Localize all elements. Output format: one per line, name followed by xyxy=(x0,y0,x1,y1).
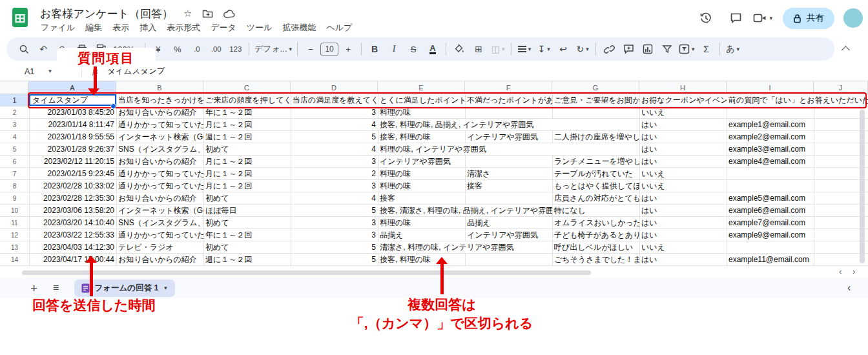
row-header-5[interactable]: 5 xyxy=(0,143,29,155)
column-header-G[interactable]: G xyxy=(552,81,639,94)
cell-B5[interactable]: SNS（インスタグラム、 xyxy=(116,143,203,155)
cell-A8[interactable]: 2023/02/28 10:33:02 xyxy=(29,180,116,192)
strikethrough-button[interactable]: S xyxy=(404,41,423,57)
cell-I5[interactable]: example3@email.com xyxy=(727,143,814,155)
cell-F2[interactable] xyxy=(465,107,552,118)
cell-C11[interactable]: 初めて xyxy=(203,217,291,228)
cell-I13[interactable] xyxy=(727,241,814,253)
cell-H2[interactable]: いいえ xyxy=(639,107,727,118)
cell-D13[interactable]: 5 xyxy=(291,241,378,253)
cell-F1[interactable]: 不満だったポイントがあ xyxy=(465,94,552,106)
font-size-input[interactable]: 10 xyxy=(320,43,338,56)
sheet-tab-dropdown-icon[interactable]: ▼ xyxy=(163,285,169,291)
cell-B13[interactable]: テレビ・ラジオ xyxy=(116,241,203,253)
row-header-13[interactable]: 13 xyxy=(0,241,29,253)
row-header-4[interactable]: 4 xyxy=(0,131,29,143)
video-dropdown-icon[interactable]: ▾ xyxy=(769,15,772,21)
cell-G12[interactable]: 子ども椅子があるとあり xyxy=(552,229,639,241)
cell-E8[interactable]: 料理の味 xyxy=(378,180,465,192)
cell-B10[interactable]: インターネット検索（Go xyxy=(116,205,203,216)
cell-E1[interactable]: とくに満足したポイント xyxy=(378,94,465,106)
cell-G1[interactable]: ご意見・ご要望をお聞か xyxy=(552,94,639,106)
cell-B2[interactable]: お知り合いからの紹介 xyxy=(116,107,203,118)
cell-D14[interactable]: 5 xyxy=(291,254,378,265)
cell-G6[interactable]: ランチメニューを増やし xyxy=(552,156,639,167)
cell-C13[interactable]: 初めて xyxy=(203,241,291,253)
cell-A6[interactable]: 2023/02/12 11:20:15 xyxy=(29,156,116,167)
cell-D1[interactable]: 当店の満足度を教えてく xyxy=(291,94,378,106)
cell-B11[interactable]: SNS（インスタグラム、 xyxy=(116,217,203,228)
add-sheet-button[interactable]: + xyxy=(30,282,37,294)
cell-D8[interactable]: 3 xyxy=(291,180,378,192)
cell-C14[interactable]: 週に１～２回 xyxy=(203,254,291,265)
all-sheets-button[interactable]: ≡ xyxy=(53,283,59,293)
italic-button[interactable]: I xyxy=(384,41,404,57)
cell-E11[interactable]: 料理の味 xyxy=(378,217,465,228)
decrease-font-size-button[interactable]: − xyxy=(301,41,320,57)
cell-C7[interactable]: 月に１～２回 xyxy=(203,168,291,179)
cell-E5[interactable]: 料理の味, インテリアや雰囲気 xyxy=(378,143,639,155)
cell-G11[interactable]: オムライスおいしかった xyxy=(552,217,639,228)
cell-G2[interactable] xyxy=(552,107,639,118)
cell-E14[interactable]: 接客, 料理の味 xyxy=(378,254,465,265)
cell-H13[interactable]: いいえ xyxy=(639,241,727,253)
cell-B7[interactable]: 通りかかって知っていた xyxy=(116,168,203,179)
row-header-9[interactable]: 9 xyxy=(0,192,29,204)
cell-H12[interactable]: はい xyxy=(639,229,727,241)
cell-G8[interactable]: もっとはやく提供してほ xyxy=(552,180,639,192)
row-header-10[interactable]: 10 xyxy=(0,205,29,216)
cell-B6[interactable]: お知り合いからの紹介 xyxy=(116,156,203,167)
doc-title[interactable]: お客様アンケート（回答） xyxy=(40,6,173,21)
cell-A7[interactable]: 2023/02/15 9:23:45 xyxy=(29,168,116,179)
column-header-A[interactable]: A xyxy=(29,81,116,94)
decrease-decimal-button[interactable]: .0 xyxy=(187,41,207,57)
cell-H10[interactable]: はい xyxy=(639,205,727,216)
cell-E6[interactable]: インテリアや雰囲気 xyxy=(378,156,465,167)
cell-D11[interactable]: 3 xyxy=(291,217,378,228)
cell-A1[interactable]: タイムスタンプ xyxy=(29,94,116,106)
cell-I8[interactable] xyxy=(727,180,814,192)
cell-G7[interactable]: テーブルが汚れていた xyxy=(552,168,639,179)
video-call-button[interactable]: ▾ xyxy=(753,13,772,23)
create-filter-button[interactable] xyxy=(657,41,677,57)
menu-help[interactable]: ヘルプ xyxy=(321,21,357,35)
cell-E3[interactable]: 接客, 料理の味, 品揃え, インテリアや雰囲気 xyxy=(378,119,639,130)
scroll-right-button[interactable]: › xyxy=(852,267,855,276)
cell-H4[interactable]: はい xyxy=(639,131,727,143)
cell-C2[interactable]: 年に１～２回 xyxy=(203,107,291,118)
cell-A14[interactable]: 2023/04/17 15:00:44 xyxy=(29,254,116,265)
cell-G10[interactable]: 特になし xyxy=(552,205,639,216)
menu-extensions[interactable]: 拡張機能 xyxy=(277,21,321,35)
cell-C3[interactable]: 月に１～２回 xyxy=(203,119,291,130)
cell-I6[interactable]: example4@email.com xyxy=(727,156,814,167)
row-header-2[interactable]: 2 xyxy=(0,107,29,118)
menu-data[interactable]: データ xyxy=(205,21,242,35)
row-header-12[interactable]: 12 xyxy=(0,229,29,241)
row-header-1[interactable]: 1 xyxy=(0,94,29,106)
cell-D12[interactable]: 3 xyxy=(291,229,378,241)
cell-B4[interactable]: インターネット検索（Go xyxy=(116,131,203,143)
cell-D4[interactable]: 5 xyxy=(291,131,378,143)
bold-button[interactable]: B xyxy=(365,41,384,57)
cell-B3[interactable]: 通りかかって知っていた xyxy=(116,119,203,130)
format-percent-button[interactable]: % xyxy=(168,41,187,57)
cell-A3[interactable]: 2023/01/14 8:11:47 xyxy=(29,119,116,130)
cell-E4[interactable]: 接客, 料理の味 xyxy=(378,131,465,143)
cell-B14[interactable]: お知り合いからの紹介 xyxy=(116,254,203,265)
menu-file[interactable]: ファイル xyxy=(36,21,80,35)
cell-C5[interactable]: 初めて xyxy=(203,143,291,155)
cell-E2[interactable]: 料理の味 xyxy=(378,107,465,118)
cell-G4[interactable]: 二人掛けの座席を増やし xyxy=(552,131,639,143)
version-history-icon[interactable] xyxy=(694,7,718,29)
cell-H9[interactable]: はい xyxy=(639,192,727,204)
column-header-F[interactable]: F xyxy=(465,81,552,94)
cell-A2[interactable]: 2023/01/03 8:45:20 xyxy=(29,107,116,118)
column-header-C[interactable]: C xyxy=(203,81,291,94)
cell-H8[interactable]: いいえ xyxy=(639,180,727,192)
font-select[interactable]: デフォ... ▾ xyxy=(253,41,294,57)
cell-D6[interactable]: 3 xyxy=(291,156,378,167)
cell-G14[interactable]: ごちそうさまでした！ま xyxy=(552,254,639,265)
vertical-scrollbar[interactable] xyxy=(860,110,865,263)
cell-I9[interactable]: example5@email.com xyxy=(727,192,814,204)
search-menus-button[interactable] xyxy=(14,41,34,57)
